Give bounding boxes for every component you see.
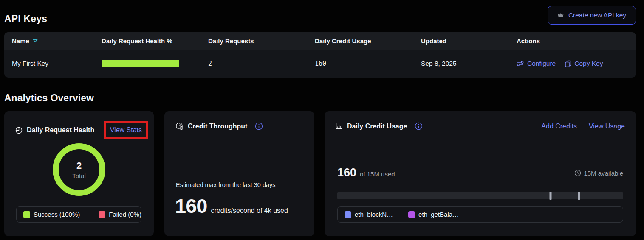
throughput-unit: credits/second of 4k used — [211, 207, 288, 215]
eth-getbalance-swatch — [408, 211, 415, 218]
health-cell — [102, 60, 208, 67]
usage-bar-marker — [578, 192, 580, 200]
daily-request-health-card: Daily Request Health View Stats 2 Total … — [4, 111, 154, 236]
failed-label: Failed (0%) — [109, 211, 141, 218]
view-usage-link[interactable]: View Usage — [589, 123, 625, 130]
donut-total-label: Total — [72, 172, 86, 179]
throughput-subtitle: Estimated max from the last 30 days — [176, 181, 276, 188]
api-keys-page: API Keys Create new API key Name Daily R… — [0, 0, 644, 240]
credit-throughput-card: Credit Throughput Estimated max from the… — [164, 111, 314, 236]
view-stats-link[interactable]: View Stats — [110, 126, 142, 134]
top-bar: API Keys Create new API key — [4, 0, 636, 26]
analytics-overview-title: Analytics Overview — [4, 92, 94, 104]
success-label: Success (100%) — [34, 211, 80, 218]
health-bar — [102, 60, 179, 67]
table-row: My First Key 2 160 Sep 8, 2025 Configure — [4, 50, 636, 77]
credits-used-value: 160 — [337, 166, 356, 179]
eth-blocknumber-swatch — [345, 211, 351, 218]
health-bar-fill — [102, 60, 179, 67]
usage-bar-marker — [550, 192, 552, 200]
column-header-health: Daily Request Health % — [102, 37, 208, 45]
donut-total-value: 2 — [76, 160, 82, 171]
legend-item-eth-getbalance: eth_getBala… — [408, 211, 459, 218]
usage-card-title: Daily Credit Usage — [347, 123, 407, 130]
bar-chart-icon — [336, 123, 343, 129]
copy-key-button[interactable]: Copy Key — [565, 60, 603, 67]
credits-available-label: 15M available — [584, 170, 623, 177]
pie-chart-icon — [15, 127, 23, 134]
gauge-icon — [175, 122, 184, 130]
daily-requests-cell: 2 — [208, 60, 315, 67]
copy-icon — [565, 60, 571, 67]
actions-cell: Configure Copy Key — [517, 60, 636, 67]
health-legend: Success (100%) Failed (0%) — [16, 206, 141, 223]
create-api-key-button[interactable]: Create new API key — [548, 6, 636, 25]
legend-item-eth-blocknumber: eth_blockN… — [345, 211, 393, 218]
column-header-name[interactable]: Name — [12, 37, 102, 45]
page-title: API Keys — [4, 13, 47, 25]
sliders-icon — [517, 61, 524, 67]
table-header-row: Name Daily Request Health % Daily Reques… — [4, 32, 636, 50]
legend-item-success: Success (100%) — [23, 211, 80, 218]
column-header-actions: Actions — [517, 37, 636, 45]
api-keys-table: Name Daily Request Health % Daily Reques… — [4, 32, 636, 78]
throughput-value: 160 — [175, 194, 207, 218]
configure-label: Configure — [527, 60, 556, 67]
usage-legend: eth_blockN… eth_getBala… — [337, 206, 623, 223]
eth-blocknumber-label: eth_blockN… — [355, 211, 393, 218]
daily-credit-usage-cell: 160 — [315, 60, 421, 67]
column-header-updated: Updated — [421, 37, 517, 45]
configure-button[interactable]: Configure — [517, 60, 556, 67]
view-stats-highlight-box: View Stats — [104, 121, 148, 139]
column-header-requests: Daily Requests — [208, 37, 315, 45]
info-icon[interactable] — [415, 122, 423, 130]
updated-cell: Sep 8, 2025 — [421, 60, 517, 67]
success-swatch — [23, 211, 30, 218]
copy-key-label: Copy Key — [574, 60, 603, 67]
key-name-cell: My First Key — [12, 60, 102, 67]
daily-credit-usage-card: Daily Credit Usage Add Credits View Usag… — [325, 111, 636, 236]
health-card-title: Daily Request Health — [27, 126, 94, 134]
legend-item-failed: Failed (0%) — [99, 211, 141, 218]
credits-used-label: of 15M used — [360, 170, 395, 178]
column-header-credit-usage: Daily Credit Usage — [315, 37, 421, 45]
request-health-donut-chart: 2 Total — [53, 143, 105, 196]
throughput-card-title: Credit Throughput — [188, 123, 247, 130]
failed-swatch — [99, 211, 105, 218]
credit-usage-bar — [337, 192, 623, 199]
clock-icon — [574, 170, 581, 176]
sort-chevron-icon — [33, 39, 38, 43]
add-credits-link[interactable]: Add Credits — [541, 123, 577, 130]
crown-icon — [557, 12, 564, 18]
info-icon[interactable] — [255, 122, 263, 130]
create-api-key-label: Create new API key — [568, 11, 626, 19]
column-name-label: Name — [12, 37, 29, 45]
eth-getbalance-label: eth_getBala… — [418, 211, 459, 218]
